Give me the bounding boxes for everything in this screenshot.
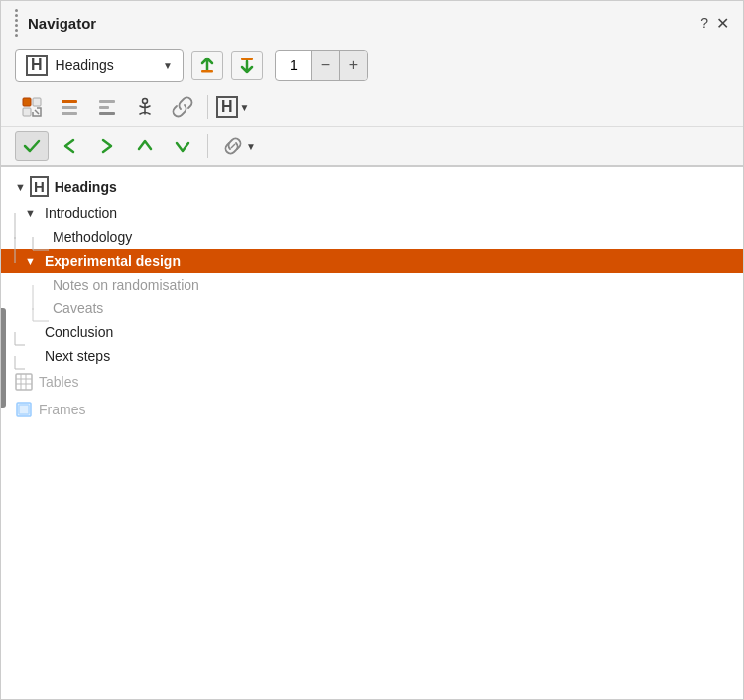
h-dropdown-arrow: ▼: [240, 102, 250, 113]
category-dropdown[interactable]: H Headings ▼: [15, 49, 184, 82]
toolbar-sep2: [207, 134, 208, 158]
h-dropdown-group[interactable]: H ▼: [216, 96, 249, 118]
content-view-button[interactable]: [90, 92, 124, 122]
tree-item-methodology[interactable]: Methodology: [1, 225, 743, 249]
move-down-button[interactable]: [166, 131, 199, 161]
level-input-group: 1 − +: [275, 50, 368, 81]
svg-rect-9: [99, 106, 109, 109]
help-button[interactable]: ?: [700, 15, 708, 31]
toolbar-sep1: [207, 95, 208, 119]
intro-label: Introduction: [45, 205, 117, 221]
conclusion-label: Conclusion: [45, 324, 113, 340]
svg-rect-10: [99, 112, 115, 115]
intro-toggle: ▼: [25, 207, 41, 219]
svg-rect-8: [99, 100, 115, 103]
svg-rect-4: [23, 108, 31, 116]
nextsteps-label: Next steps: [45, 348, 110, 364]
heading-icon: H: [26, 55, 48, 76]
dropdown-arrow-icon: ▼: [163, 60, 173, 71]
svg-rect-2: [23, 98, 31, 106]
tree-area[interactable]: ▼ H Headings ▼ Introduction: [1, 166, 743, 699]
navigate-up-button[interactable]: [191, 51, 223, 80]
toolbar-row2: H ▼: [1, 88, 743, 127]
tree-item-conclusion[interactable]: Conclusion: [1, 320, 743, 344]
navigator-panel: Navigator ? ✕ H Headings ▼ 1 −: [0, 0, 744, 700]
chain-dropdown-group[interactable]: ▼: [222, 135, 256, 157]
link-button[interactable]: [166, 92, 199, 122]
indent-left-button[interactable]: [53, 131, 86, 161]
svg-rect-7: [62, 112, 77, 115]
level-input[interactable]: 1: [276, 53, 311, 78]
section-frames[interactable]: Frames: [1, 396, 743, 423]
tables-label: Tables: [39, 374, 78, 390]
caveats-label: Caveats: [53, 300, 103, 316]
title-bar-right: ? ✕: [700, 14, 729, 33]
h-label: H: [216, 96, 238, 118]
panel-title: Navigator: [28, 15, 96, 32]
tree-item-experimental[interactable]: ▼ Experimental design: [1, 249, 743, 273]
indent-right-button[interactable]: [90, 131, 124, 161]
tree-root-headings[interactable]: ▼ H Headings: [1, 173, 743, 201]
notes-label: Notes on randomisation: [53, 277, 199, 292]
methodology-label: Methodology: [53, 229, 132, 245]
tree-item-caveats[interactable]: Caveats: [1, 296, 743, 320]
svg-rect-6: [62, 106, 77, 109]
toolbar-row1: H Headings ▼ 1 − +: [1, 43, 743, 88]
tree-item-notes[interactable]: Notes on randomisation: [1, 273, 743, 296]
increment-button[interactable]: +: [339, 51, 367, 80]
svg-rect-0: [201, 70, 213, 73]
root-label: Headings: [55, 179, 117, 195]
drag-handle[interactable]: [15, 9, 18, 37]
tree-item-introduction[interactable]: ▼ Introduction: [1, 201, 743, 225]
navigate-down-button[interactable]: [231, 51, 263, 80]
frames-icon: [15, 401, 33, 418]
move-up-button[interactable]: [128, 131, 162, 161]
dropdown-label: Headings: [56, 58, 156, 73]
apply-button[interactable]: [15, 131, 49, 161]
chain-dropdown-arrow: ▼: [246, 141, 256, 152]
list-view-button[interactable]: [53, 92, 86, 122]
svg-rect-1: [241, 58, 253, 61]
close-button[interactable]: ✕: [716, 14, 729, 33]
svg-line-12: [231, 144, 235, 148]
section-tables[interactable]: Tables: [1, 368, 743, 396]
root-toggle: ▼: [15, 181, 26, 193]
frames-label: Frames: [39, 402, 85, 417]
title-bar-left: Navigator: [15, 9, 96, 37]
decrement-button[interactable]: −: [311, 51, 339, 80]
anchor-button[interactable]: [128, 92, 162, 122]
svg-rect-3: [33, 98, 41, 106]
tree-item-next-steps[interactable]: Next steps: [1, 344, 743, 368]
svg-rect-5: [62, 100, 77, 103]
root-h-icon: H: [30, 176, 49, 197]
exp-label: Experimental design: [45, 253, 181, 269]
drag-mode-button[interactable]: [15, 92, 49, 122]
title-bar: Navigator ? ✕: [1, 1, 743, 43]
chain-icon: [222, 135, 244, 157]
toolbar-row3: ▼: [1, 127, 743, 166]
